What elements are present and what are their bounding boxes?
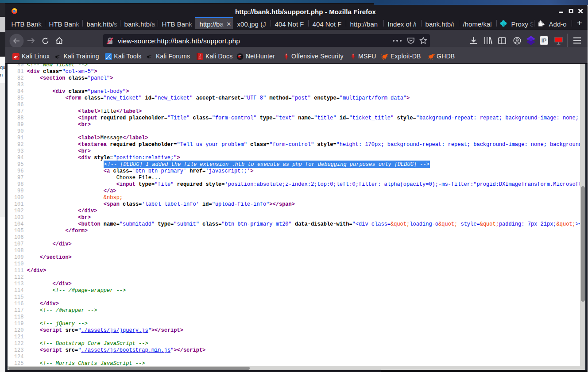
svg-text:IP: IP xyxy=(542,38,546,44)
